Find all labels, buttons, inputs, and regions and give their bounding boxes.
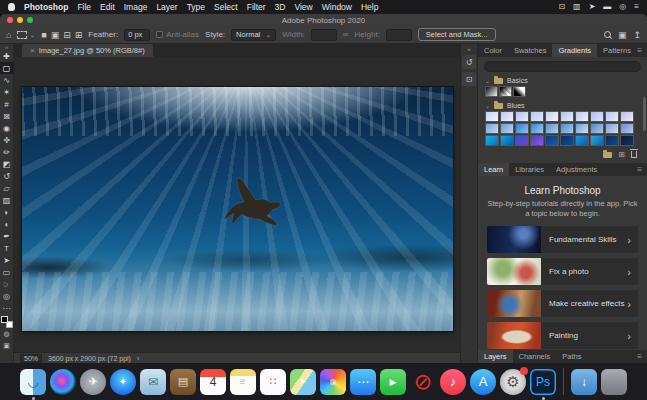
select-and-mask-button[interactable]: Select and Mask... — [418, 28, 496, 41]
dock-blocked-app[interactable]: ⊘ — [410, 369, 436, 395]
gradient-swatch[interactable] — [530, 123, 544, 134]
panel-tab[interactable]: Swatches — [508, 44, 553, 57]
style-select[interactable]: Normal ⌄ — [231, 29, 276, 41]
gradient-swatch[interactable] — [515, 123, 529, 134]
frame-tool[interactable]: ⊠ — [0, 110, 14, 122]
antialias-checkbox[interactable] — [156, 31, 163, 38]
color-swatches[interactable] — [1, 316, 13, 328]
gradients-scrollbar[interactable] — [643, 97, 646, 131]
pen-tool[interactable]: ✒ — [0, 230, 14, 242]
menu-item[interactable]: Layer — [156, 0, 177, 14]
gradient-group-basics[interactable]: ⌄ Basics — [478, 75, 647, 86]
gradient-swatch[interactable] — [605, 111, 619, 122]
pasteboard[interactable] — [14, 57, 460, 352]
link-dimensions-icon[interactable]: ∞ — [343, 30, 349, 39]
clone-stamp-tool[interactable]: ◩ — [0, 158, 14, 170]
eraser-tool[interactable]: ▱ — [0, 182, 14, 194]
intersect-selection-icon[interactable]: ⊞ — [75, 30, 83, 40]
gradient-swatch[interactable] — [515, 111, 529, 122]
width-input[interactable] — [311, 29, 337, 41]
gradient-swatch[interactable] — [620, 123, 634, 134]
shape-tool[interactable]: ▭ — [0, 266, 14, 278]
feather-input[interactable]: 0 px — [124, 29, 150, 41]
move-tool[interactable]: ✚ — [0, 50, 14, 62]
gradient-swatch[interactable] — [485, 135, 499, 146]
gradient-swatch[interactable] — [590, 135, 604, 146]
battery-icon[interactable]: ▬ — [603, 0, 611, 14]
panel-menu-icon[interactable]: ≡ — [637, 350, 647, 363]
gradient-swatch[interactable] — [605, 123, 619, 134]
more-tools[interactable]: ⋯ — [0, 302, 14, 314]
quick-mask-button[interactable]: ◍ — [0, 328, 14, 340]
eyedropper-tool[interactable]: ◉ — [0, 122, 14, 134]
gradient-swatch[interactable] — [500, 123, 514, 134]
dock-launchpad[interactable]: ✈ — [80, 369, 106, 395]
dock-siri[interactable] — [50, 369, 76, 395]
dock-safari[interactable]: ✦ — [110, 369, 136, 395]
zoom-level-input[interactable]: 50% — [20, 354, 42, 363]
tutorial-make-creative-effects[interactable]: Make creative effects › — [487, 290, 638, 317]
gradient-group-blues[interactable]: ⌄ Blues — [478, 100, 647, 111]
gradient-swatch[interactable] — [605, 135, 619, 146]
gradient-swatch[interactable] — [620, 135, 634, 146]
height-input[interactable] — [386, 29, 412, 41]
search-icon[interactable] — [604, 31, 611, 38]
gradient-swatch[interactable] — [530, 111, 544, 122]
menu-item[interactable]: Select — [214, 0, 238, 14]
menu-item[interactable]: Help — [361, 0, 378, 14]
screen-mirroring-icon[interactable]: ⊡ — [558, 0, 565, 14]
type-tool[interactable]: T — [0, 242, 14, 254]
menu-item[interactable]: Type — [187, 0, 205, 14]
gradient-swatch[interactable] — [485, 86, 498, 97]
spotlight-icon[interactable]: ◎ — [619, 0, 626, 14]
gradient-swatch[interactable] — [560, 123, 574, 134]
history-panel-icon[interactable]: ↺ — [462, 55, 476, 69]
menu-item[interactable]: Filter — [247, 0, 266, 14]
gradient-swatch[interactable] — [575, 135, 589, 146]
dodge-tool[interactable]: ◖ — [0, 218, 14, 230]
panel-menu-icon[interactable]: ≡ — [637, 44, 647, 57]
location-icon[interactable]: ➤ — [589, 0, 596, 14]
dock-finder[interactable]: ◡ — [20, 369, 46, 395]
workspace-switcher-icon[interactable]: ▣ — [618, 30, 627, 40]
gradient-swatch[interactable] — [530, 135, 544, 146]
menu-item[interactable]: Window — [322, 0, 352, 14]
panel-tab[interactable]: Channels — [513, 350, 557, 363]
dock-contacts[interactable]: ▤ — [170, 369, 196, 395]
panel-tab[interactable]: Libraries — [509, 163, 550, 176]
gradient-swatch[interactable] — [545, 135, 559, 146]
panel-tab[interactable]: Patterns — [597, 44, 637, 57]
gradient-swatch[interactable] — [515, 135, 529, 146]
expand-panels-icon[interactable]: « — [467, 46, 470, 52]
quick-selection-tool[interactable]: ✶ — [0, 86, 14, 98]
tutorial-fundamental-skills[interactable]: Fundamental Skills › — [487, 226, 638, 253]
brush-tool[interactable]: ✏ — [0, 146, 14, 158]
menu-item[interactable]: Photoshop — [24, 0, 68, 14]
status-chevron-icon[interactable]: › — [137, 355, 139, 362]
gradient-swatch[interactable] — [560, 111, 574, 122]
delete-gradient-icon[interactable] — [631, 151, 637, 158]
gradient-swatch[interactable] — [545, 123, 559, 134]
subtract-selection-icon[interactable]: ⊟ — [63, 30, 71, 40]
new-gradient-icon[interactable]: ⊞ — [618, 150, 625, 159]
menu-item[interactable]: File — [77, 0, 91, 14]
hand-tool[interactable]: ☞ — [0, 278, 14, 290]
lasso-tool[interactable]: ∿ — [0, 74, 14, 86]
gradient-tool[interactable]: ▨ — [0, 194, 14, 206]
dock-trash[interactable] — [601, 369, 627, 395]
gradient-swatch[interactable] — [560, 135, 574, 146]
dock-notes[interactable]: ≡ — [230, 369, 256, 395]
menu-item[interactable]: 3D — [275, 0, 286, 14]
crop-tool[interactable]: # — [0, 98, 14, 110]
comments-panel-icon[interactable]: ⊡ — [462, 72, 476, 86]
dock-reminders[interactable]: ∷ — [260, 369, 286, 395]
dock-photos[interactable] — [320, 369, 346, 395]
new-group-folder-icon[interactable] — [603, 152, 612, 158]
share-icon[interactable]: ↥ — [633, 30, 641, 40]
dock-maps[interactable]: ➤ — [290, 369, 316, 395]
canvas[interactable] — [22, 87, 453, 331]
panel-tab[interactable]: Adjustments — [550, 163, 603, 176]
gradient-swatch[interactable] — [575, 111, 589, 122]
panel-tab[interactable]: Layers — [478, 350, 513, 363]
dock-photoshop[interactable]: Ps — [530, 369, 556, 395]
